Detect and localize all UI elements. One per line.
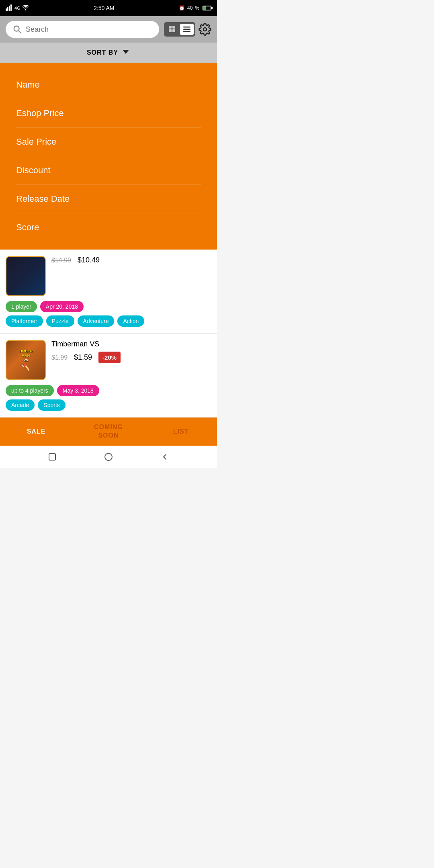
genre-tag-sports: Sports — [38, 399, 65, 411]
tags-row-timberman: up to 4 players May 3, 2018 — [6, 385, 211, 396]
tags-row-prev: 1 player Apr 20, 2018 — [6, 301, 211, 312]
svg-rect-6 — [169, 26, 172, 29]
sale-price-prev: $10.49 — [78, 256, 100, 264]
svg-rect-0 — [6, 8, 7, 11]
genre-tag-action: Action — [117, 315, 144, 327]
game-list: $14.99 $10.49 1 player Apr 20, 2018 Plat… — [0, 250, 217, 418]
search-bar — [0, 16, 217, 43]
game-info-prev: $14.99 $10.49 — [51, 256, 211, 266]
nav-sale[interactable]: SALE — [0, 418, 72, 446]
genre-tag-puzzle: Puzzle — [46, 315, 74, 327]
price-row-timberman: $1.99 $1.59 -20% — [51, 352, 211, 363]
view-toggle[interactable] — [164, 22, 195, 37]
date-tag-prev: Apr 20, 2018 — [40, 301, 84, 312]
sort-bar[interactable]: SORT BY — [0, 43, 217, 63]
battery-percent: 40 — [187, 5, 192, 11]
toolbar-icons — [164, 22, 211, 37]
network-label: 4G — [14, 6, 20, 10]
search-icon — [13, 25, 22, 34]
original-price-prev: $14.99 — [51, 257, 71, 264]
home-button[interactable] — [103, 451, 114, 463]
svg-point-15 — [105, 453, 112, 461]
nav-coming-soon[interactable]: COMINGSOON — [72, 418, 145, 446]
game-info-timberman: Timberman VS $1.99 $1.59 -20% — [51, 340, 211, 365]
svg-rect-2 — [9, 6, 10, 11]
svg-point-13 — [203, 28, 207, 31]
search-input[interactable] — [26, 25, 152, 34]
players-tag-prev: 1 player — [6, 301, 37, 312]
android-nav — [0, 446, 217, 468]
back-button[interactable] — [159, 451, 170, 463]
game-thumbnail-prev — [6, 256, 46, 296]
discount-badge-timberman: -20% — [98, 352, 121, 363]
svg-rect-7 — [172, 26, 175, 29]
svg-rect-1 — [7, 7, 8, 11]
svg-rect-8 — [169, 29, 172, 32]
search-input-wrap[interactable] — [6, 21, 159, 38]
svg-line-5 — [18, 31, 21, 33]
list-view-button[interactable] — [180, 24, 194, 35]
genre-tag-platformer: Platformer — [6, 315, 43, 327]
svg-rect-9 — [172, 29, 175, 32]
sort-option-sale-price[interactable]: Sale Price — [16, 128, 201, 156]
genre-tags-prev: Platformer Puzzle Adventure Action — [6, 315, 211, 327]
settings-icon[interactable] — [199, 23, 211, 36]
signal-icon — [6, 4, 13, 12]
status-right: ⏰ 40% — [179, 5, 211, 11]
arrow-down-icon — [121, 48, 130, 57]
status-left: 4G — [6, 4, 29, 12]
sort-option-release-date[interactable]: Release Date — [16, 185, 201, 213]
svg-rect-14 — [49, 454, 55, 460]
bottom-nav: SALE COMINGSOON LIST — [0, 418, 217, 446]
game-row: $14.99 $10.49 — [6, 256, 211, 296]
date-tag-timberman: May 3, 2018 — [57, 385, 99, 396]
sort-option-eshop-price[interactable]: Eshop Price — [16, 99, 201, 128]
sort-option-score[interactable]: Score — [16, 213, 201, 242]
genre-tag-arcade: Arcade — [6, 399, 35, 411]
wifi-icon — [22, 5, 29, 12]
nav-list[interactable]: LIST — [145, 418, 217, 446]
svg-rect-11 — [183, 29, 190, 30]
svg-rect-3 — [10, 4, 12, 11]
status-bar: 4G 2:50 AM ⏰ 40% — [0, 0, 217, 16]
battery-icon — [203, 6, 211, 10]
svg-rect-10 — [183, 27, 190, 28]
svg-rect-12 — [183, 31, 190, 32]
game-title-timberman: Timberman VS — [51, 340, 211, 348]
game-item-prev[interactable]: $14.99 $10.49 1 player Apr 20, 2018 Plat… — [0, 250, 217, 334]
sale-price-timberman: $1.59 — [74, 353, 92, 362]
game-item-timberman[interactable]: TIMBERMANVS 🪓 Timberman VS $1.99 $1.59 -… — [0, 334, 217, 418]
players-tag-timberman: up to 4 players — [6, 385, 54, 396]
sort-option-discount[interactable]: Discount — [16, 156, 201, 185]
genre-tags-timberman: Arcade Sports — [6, 399, 211, 411]
sort-by-label: SORT BY — [87, 49, 118, 56]
game-thumbnail-timberman: TIMBERMANVS 🪓 — [6, 340, 46, 380]
recents-button[interactable] — [47, 451, 58, 463]
genre-tag-adventure: Adventure — [78, 315, 115, 327]
grid-view-button[interactable] — [166, 24, 179, 35]
alarm-icon: ⏰ — [179, 5, 185, 11]
sort-option-name[interactable]: Name — [16, 71, 201, 99]
status-time: 2:50 AM — [94, 5, 114, 11]
game-row-timberman: TIMBERMANVS 🪓 Timberman VS $1.99 $1.59 -… — [6, 340, 211, 380]
sort-dropdown: Name Eshop Price Sale Price Discount Rel… — [0, 63, 217, 250]
original-price-timberman: $1.99 — [51, 354, 68, 361]
price-row-prev: $14.99 $10.49 — [51, 256, 211, 264]
